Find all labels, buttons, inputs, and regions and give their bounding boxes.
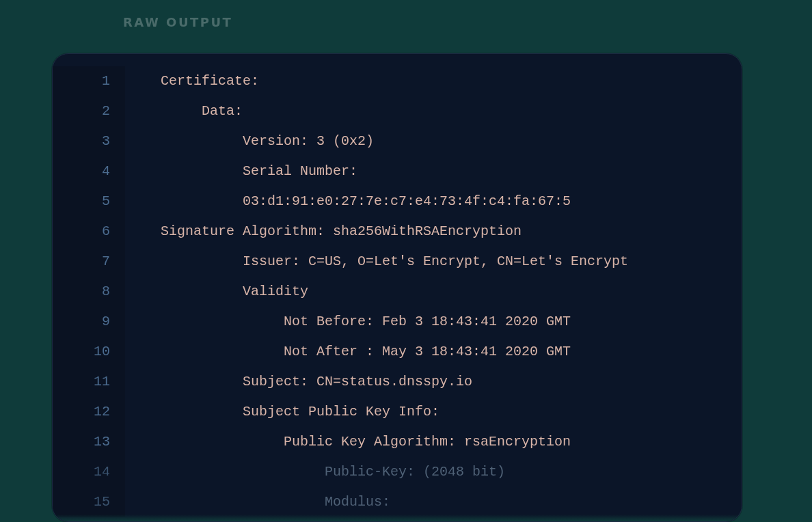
code-line: 5 03:d1:91:e0:27:7e:c7:e4:73:4f:c4:fa:67…	[53, 187, 742, 217]
line-number: 13	[53, 427, 125, 457]
line-number: 12	[53, 397, 125, 427]
line-text: Validity	[125, 277, 742, 307]
line-number: 1	[53, 66, 125, 96]
line-number: 10	[53, 337, 125, 367]
code-line: 9 Not Before: Feb 3 18:43:41 2020 GMT	[53, 307, 742, 337]
line-number: 11	[53, 367, 125, 397]
code-line: 6Signature Algorithm: sha256WithRSAEncry…	[53, 217, 742, 247]
code-line: 8 Validity	[53, 277, 742, 307]
line-text: Certificate:	[125, 66, 742, 96]
code-line: 1Certificate:	[53, 66, 742, 96]
line-number: 8	[53, 277, 125, 307]
code-line: 2 Data:	[53, 96, 742, 126]
line-text: Version: 3 (0x2)	[125, 126, 742, 156]
code-line: 14 Public-Key: (2048 bit)	[53, 457, 742, 487]
line-text: Public Key Algorithm: rsaEncryption	[125, 427, 742, 457]
line-text: Data:	[125, 96, 742, 126]
line-text: Modulus:	[125, 487, 742, 517]
line-number: 9	[53, 307, 125, 337]
code-line: 12 Subject Public Key Info:	[53, 397, 742, 427]
line-number: 15	[53, 487, 125, 517]
code-block[interactable]: 1Certificate:2 Data:3 Version: 3 (0x2)4 …	[53, 54, 742, 517]
line-number: 4	[53, 156, 125, 187]
code-line: 15 Modulus:	[53, 487, 742, 517]
line-number: 14	[53, 457, 125, 487]
code-line: 13 Public Key Algorithm: rsaEncryption	[53, 427, 742, 457]
line-number: 3	[53, 126, 125, 156]
line-text: Not After : May 3 18:43:41 2020 GMT	[125, 337, 742, 367]
line-text: Signature Algorithm: sha256WithRSAEncryp…	[125, 217, 742, 247]
section-heading: RAW OUTPUT	[123, 15, 232, 29]
line-text: Public-Key: (2048 bit)	[125, 457, 742, 487]
line-number: 5	[53, 187, 125, 217]
page-root: RAW OUTPUT 1Certificate:2 Data:3 Version…	[0, 0, 812, 522]
line-text: Issuer: C=US, O=Let's Encrypt, CN=Let's …	[125, 247, 742, 277]
code-line: 7 Issuer: C=US, O=Let's Encrypt, CN=Let'…	[53, 247, 742, 277]
line-text: Subject: CN=status.dnsspy.io	[125, 367, 742, 397]
code-line: 3 Version: 3 (0x2)	[53, 126, 742, 156]
line-text: Serial Number:	[125, 156, 742, 187]
raw-output-panel: 1Certificate:2 Data:3 Version: 3 (0x2)4 …	[52, 53, 742, 522]
line-number: 7	[53, 247, 125, 277]
line-number: 2	[53, 96, 125, 126]
code-line: 4 Serial Number:	[53, 156, 742, 187]
code-line: 11 Subject: CN=status.dnsspy.io	[53, 367, 742, 397]
line-text: Subject Public Key Info:	[125, 397, 742, 427]
line-text: Not Before: Feb 3 18:43:41 2020 GMT	[125, 307, 742, 337]
code-line: 10 Not After : May 3 18:43:41 2020 GMT	[53, 337, 742, 367]
line-text: 03:d1:91:e0:27:7e:c7:e4:73:4f:c4:fa:67:5	[125, 187, 742, 217]
line-number: 6	[53, 217, 125, 247]
